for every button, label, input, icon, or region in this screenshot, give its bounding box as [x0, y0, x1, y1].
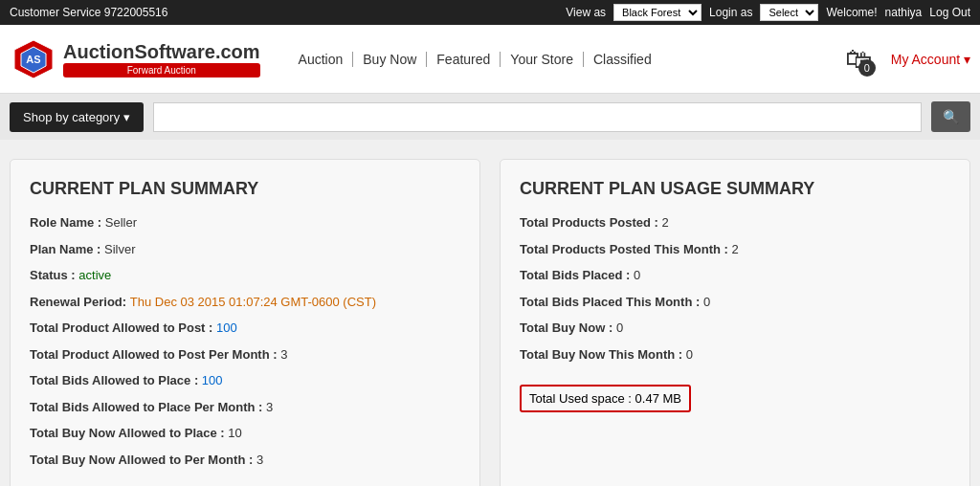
usage-row-bids-placed: Total Bids Placed : 0: [520, 266, 950, 285]
cart-area[interactable]: 🛍 0: [845, 43, 872, 75]
usage-row-products-posted-label: Total Products Posted :: [520, 215, 662, 230]
login-as-select[interactable]: Select: [760, 4, 818, 21]
login-as-label: Login as: [709, 6, 752, 19]
plan-row-bids-month-label: Total Bids Allowed to Place Per Month :: [30, 400, 266, 414]
nav-buynow[interactable]: Buy Now: [353, 52, 427, 67]
used-space-highlighted: Total Used space : 0.47 MB: [520, 385, 691, 412]
usage-row-buynow-month-label: Total Buy Now This Month :: [520, 347, 686, 362]
plan-row-buynow-place-label: Total Buy Now Allowed to Place :: [30, 426, 228, 440]
usage-row-buynow-value: 0: [616, 320, 623, 335]
search-button[interactable]: 🔍: [931, 101, 970, 132]
shop-by-button[interactable]: Shop by category ▾: [10, 102, 144, 132]
plan-row-buynow-place-value: 10: [228, 426, 241, 440]
main-content: CURRENT PLAN SUMMARY Role Name : Seller …: [0, 140, 980, 486]
search-input[interactable]: [153, 102, 922, 132]
plan-row-bids-place-value: 100: [202, 373, 223, 387]
plan-row-name-value: Silver: [104, 242, 136, 256]
customer-service-phone: 9722005516: [104, 6, 168, 19]
current-plan-card: CURRENT PLAN SUMMARY Role Name : Seller …: [10, 159, 480, 486]
plan-row-product-month-label: Total Product Allowed to Post Per Month …: [30, 347, 280, 362]
view-as-label: View as: [566, 6, 606, 19]
view-as-select[interactable]: Black Forest Default: [613, 4, 702, 21]
plan-row-status: Status : active: [30, 266, 460, 285]
usage-row-bids-placed-value: 0: [634, 268, 640, 282]
used-space-label: Total Used space :: [529, 391, 635, 406]
plan-row-name: Plan Name : Silver: [30, 240, 460, 259]
username: nathiya: [885, 6, 923, 19]
usage-row-products-month-value: 2: [731, 242, 738, 256]
plan-row-product-post-label: Total Product Allowed to Post :: [30, 320, 216, 335]
usage-row-bids-month-label: Total Bids Placed This Month :: [520, 295, 703, 309]
usage-row-bids-placed-label: Total Bids Placed :: [520, 268, 634, 282]
navbar: AS AuctionSoftware.com Forward Auction A…: [0, 25, 980, 94]
welcome-label: Welcome!: [826, 6, 877, 19]
logo-area: AS AuctionSoftware.com Forward Auction: [10, 35, 260, 83]
search-bar: Shop by category ▾ 🔍: [0, 94, 980, 140]
usage-row-products-posted-value: 2: [662, 215, 669, 230]
top-bar-right: View as Black Forest Default Login as Se…: [566, 4, 970, 21]
usage-row-buynow-month-value: 0: [686, 347, 693, 362]
plan-row-bids-month-value: 3: [266, 400, 273, 414]
cart-badge: 0: [858, 59, 876, 77]
plan-row-product-post-value: 100: [216, 320, 237, 335]
plan-row-renewal-label: Renewal Period:: [30, 295, 130, 309]
logo-text-area: AuctionSoftware.com Forward Auction: [63, 41, 260, 77]
plan-row-status-value: active: [78, 268, 111, 282]
usage-summary-title: CURRENT PLAN USAGE SUMMARY: [520, 179, 950, 199]
svg-text:AS: AS: [26, 54, 40, 65]
usage-row-bids-month: Total Bids Placed This Month : 0: [520, 293, 950, 312]
current-plan-title: CURRENT PLAN SUMMARY: [30, 179, 460, 199]
usage-row-buynow-month: Total Buy Now This Month : 0: [520, 345, 950, 364]
nav-links: Auction Buy Now Featured Your Store Clas…: [289, 52, 826, 67]
plan-row-role-label: Role Name :: [30, 215, 105, 230]
plan-row-product-post: Total Product Allowed to Post : 100: [30, 319, 460, 338]
plan-row-product-month: Total Product Allowed to Post Per Month …: [30, 345, 460, 364]
plan-row-status-label: Status :: [30, 268, 78, 282]
plan-row-buynow-month: Total Buy Now Allowed to Per Month : 3: [30, 451, 460, 470]
plan-row-buynow-place: Total Buy Now Allowed to Place : 10: [30, 424, 460, 443]
usage-row-products-month-label: Total Products Posted This Month :: [520, 242, 731, 256]
account-area[interactable]: My Account ▾: [891, 52, 970, 67]
customer-service-label: Customer Service: [10, 6, 100, 19]
customer-service: Customer Service 9722005516: [10, 6, 167, 19]
plan-row-bids-place: Total Bids Allowed to Place : 100: [30, 371, 460, 390]
usage-row-products-posted: Total Products Posted : 2: [520, 213, 950, 232]
plan-row-role-value: Seller: [105, 215, 137, 230]
plan-row-bids-place-label: Total Bids Allowed to Place :: [30, 373, 202, 387]
logo-tagline: Forward Auction: [63, 63, 260, 77]
usage-row-buynow-label: Total Buy Now :: [520, 320, 616, 335]
usage-row-buynow: Total Buy Now : 0: [520, 319, 950, 338]
logo-name: AuctionSoftware.com: [63, 41, 260, 63]
plan-row-buynow-month-label: Total Buy Now Allowed to Per Month :: [30, 453, 256, 467]
top-bar: Customer Service 9722005516 View as Blac…: [0, 0, 980, 25]
plan-row-renewal-value: Thu Dec 03 2015 01:07:24 GMT-0600 (CST): [130, 295, 376, 309]
usage-row-bids-month-value: 0: [703, 295, 710, 309]
nav-classified[interactable]: Classified: [584, 52, 661, 67]
logo-icon: AS: [10, 35, 57, 83]
plan-row-buynow-month-value: 3: [256, 453, 263, 467]
plan-row-renewal: Renewal Period: Thu Dec 03 2015 01:07:24…: [30, 293, 460, 312]
plan-row-role: Role Name : Seller: [30, 213, 460, 232]
usage-summary-card: CURRENT PLAN USAGE SUMMARY Total Product…: [500, 159, 970, 486]
plan-row-bids-month: Total Bids Allowed to Place Per Month : …: [30, 398, 460, 417]
usage-row-products-month: Total Products Posted This Month : 2: [520, 240, 950, 259]
logout-link[interactable]: Log Out: [929, 6, 970, 19]
nav-auction[interactable]: Auction: [289, 52, 354, 67]
plan-row-name-label: Plan Name :: [30, 242, 104, 256]
nav-yourstore[interactable]: Your Store: [501, 52, 584, 67]
nav-featured[interactable]: Featured: [427, 52, 501, 67]
plan-row-product-month-value: 3: [280, 347, 287, 362]
used-space-value: 0.47 MB: [635, 391, 681, 406]
